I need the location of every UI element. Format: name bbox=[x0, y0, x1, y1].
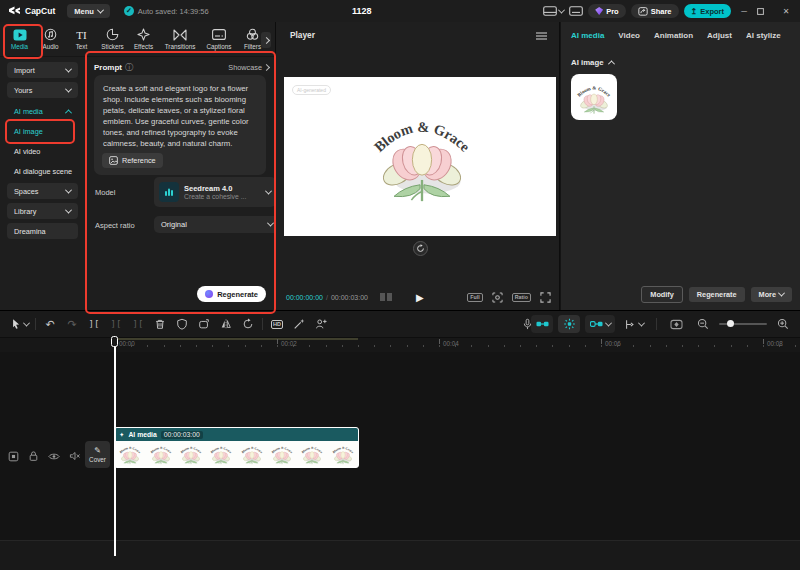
minimize-button[interactable]: ─ bbox=[736, 7, 752, 16]
split-right-icon[interactable]: ][ bbox=[127, 314, 149, 334]
playhead-handle[interactable] bbox=[111, 336, 118, 347]
modify-button[interactable]: Modify bbox=[641, 286, 683, 303]
tab-video[interactable]: Video bbox=[618, 31, 640, 40]
crop-icon[interactable] bbox=[193, 314, 215, 334]
tab-stickers[interactable]: Stickers bbox=[97, 28, 128, 50]
tab-transitions[interactable]: Transitions bbox=[159, 28, 201, 50]
mute-icon[interactable] bbox=[69, 451, 81, 461]
rotate-icon[interactable] bbox=[237, 314, 259, 334]
mask-icon[interactable] bbox=[171, 314, 193, 334]
chevron-right-icon bbox=[263, 64, 270, 71]
chevron-up-icon bbox=[65, 109, 72, 116]
delete-icon[interactable] bbox=[149, 314, 171, 334]
aspect-ratio-dropdown[interactable]: Original bbox=[154, 216, 280, 233]
chevron-down-icon bbox=[22, 319, 29, 326]
sidebar-item-import[interactable]: Import bbox=[7, 62, 78, 78]
share-button[interactable]: Share bbox=[631, 4, 679, 18]
zoom-out-icon[interactable] bbox=[692, 314, 714, 334]
tab-captions[interactable]: Captions bbox=[201, 28, 237, 50]
zoom-in-icon[interactable] bbox=[772, 314, 794, 334]
slider-thumb[interactable] bbox=[727, 320, 734, 327]
ruler-label: 00:04 bbox=[443, 340, 459, 347]
layout-panel-icon[interactable] bbox=[543, 6, 564, 16]
reference-image-icon bbox=[109, 156, 118, 165]
properties-panel: AI media Video Animation Adjust AI styli… bbox=[561, 22, 800, 310]
tab-media[interactable]: Media bbox=[4, 28, 35, 50]
sidebar-item-library[interactable]: Library bbox=[7, 203, 78, 219]
rotate-handle-icon[interactable] bbox=[413, 241, 428, 256]
timeline-ruler[interactable]: 00:00 00:02 00:04 00:06 00:08 bbox=[0, 338, 800, 352]
maximize-button[interactable] bbox=[757, 8, 773, 15]
audio-icon bbox=[44, 28, 57, 41]
chevron-down-icon bbox=[778, 290, 785, 297]
auto-magnetic-icon[interactable] bbox=[558, 315, 580, 333]
sparkle-icon: ✦ bbox=[119, 431, 124, 439]
timeline-zoom-slider[interactable] bbox=[719, 323, 767, 325]
chevron-down-icon bbox=[65, 186, 72, 193]
menu-button[interactable]: Menu bbox=[67, 4, 110, 18]
sidebar-item-ai-dialogue-scene[interactable]: AI dialogue scene bbox=[7, 163, 87, 179]
character-icon[interactable] bbox=[310, 314, 332, 334]
linking-icon[interactable] bbox=[585, 315, 615, 333]
layout-compact-icon[interactable] bbox=[569, 6, 583, 16]
sidebar-item-yours[interactable]: Yours bbox=[7, 82, 78, 98]
fullscreen-icon[interactable] bbox=[540, 292, 551, 303]
tab-ai-media[interactable]: AI media bbox=[571, 31, 604, 40]
playhead-line[interactable] bbox=[114, 346, 116, 556]
sidebar-item-spaces[interactable]: Spaces bbox=[7, 183, 78, 199]
focus-icon[interactable] bbox=[492, 292, 503, 303]
regenerate-button[interactable]: Regenerate bbox=[197, 286, 266, 302]
redo-icon[interactable]: ↷ bbox=[61, 314, 83, 334]
ai-image-thumbnail[interactable] bbox=[571, 74, 617, 120]
hd-icon[interactable]: HD bbox=[266, 314, 288, 334]
tab-strip-more-button[interactable] bbox=[261, 32, 271, 48]
tab-adjust[interactable]: Adjust bbox=[707, 31, 732, 40]
frame-view-icon[interactable] bbox=[380, 293, 392, 301]
player-canvas[interactable]: AI-generated bbox=[284, 77, 556, 236]
ai-media-clip[interactable]: ✦ AI media 00:00:03:00 bbox=[114, 427, 359, 468]
player-menu-icon[interactable] bbox=[536, 32, 547, 40]
track-type-icon[interactable] bbox=[8, 451, 19, 462]
reference-button[interactable]: Reference bbox=[102, 153, 163, 168]
undo-icon[interactable]: ↶ bbox=[39, 314, 61, 334]
pro-button[interactable]: Pro bbox=[588, 4, 626, 18]
tab-ai-stylize[interactable]: AI stylize bbox=[746, 31, 781, 40]
sidebar-item-ai-video[interactable]: AI video bbox=[7, 143, 78, 159]
sidebar-item-ai-media[interactable]: AI media bbox=[7, 103, 78, 119]
sidebar-item-ai-image[interactable]: AI image bbox=[7, 123, 78, 139]
ai-image-section-header[interactable]: AI image bbox=[571, 58, 614, 67]
snap-icon[interactable] bbox=[531, 315, 553, 333]
keyframe-icon[interactable] bbox=[665, 314, 687, 334]
transitions-icon bbox=[173, 28, 187, 41]
full-screen-preview-button[interactable]: Full bbox=[467, 293, 482, 302]
regenerate-button-right[interactable]: Regenerate bbox=[689, 287, 745, 302]
split-icon[interactable]: ][ bbox=[83, 314, 105, 334]
close-button[interactable]: ✕ bbox=[778, 7, 794, 16]
more-button[interactable]: More bbox=[751, 287, 792, 302]
track-options-icon[interactable] bbox=[620, 314, 648, 334]
lock-icon[interactable] bbox=[28, 450, 39, 462]
tab-audio[interactable]: Audio bbox=[35, 28, 66, 50]
aspect-ratio-label: Aspect ratio bbox=[95, 221, 135, 230]
share-icon bbox=[638, 6, 648, 16]
sidebar-item-dreamina[interactable]: Dreamina bbox=[7, 223, 78, 239]
prompt-textarea[interactable]: Create a soft and elegant logo for a flo… bbox=[94, 75, 266, 175]
timeline-toolbar: ↶ ↷ ][ ][ ][ HD bbox=[0, 310, 800, 338]
model-icon bbox=[159, 182, 179, 202]
showcase-link[interactable]: Showcase bbox=[228, 63, 269, 72]
tab-effects[interactable]: Effects bbox=[128, 28, 159, 50]
export-button[interactable]: ↥ Export bbox=[684, 4, 731, 18]
select-tool-button[interactable] bbox=[6, 314, 32, 334]
ruler-label: 00:08 bbox=[767, 340, 783, 347]
mirror-icon[interactable] bbox=[215, 314, 237, 334]
ratio-button[interactable]: Ratio bbox=[512, 293, 531, 302]
tab-animation[interactable]: Animation bbox=[654, 31, 693, 40]
play-button[interactable]: ▶ bbox=[416, 292, 424, 303]
model-dropdown[interactable]: Seedream 4.0 Create a cohesive ... bbox=[154, 177, 276, 207]
cover-button[interactable]: ✎ Cover bbox=[85, 441, 110, 468]
info-icon[interactable]: ⓘ bbox=[125, 62, 133, 73]
tab-text[interactable]: TI Text bbox=[66, 28, 97, 50]
ai-enhance-wand-icon[interactable] bbox=[288, 314, 310, 334]
eye-icon[interactable] bbox=[48, 452, 60, 461]
split-left-icon[interactable]: ][ bbox=[105, 314, 127, 334]
